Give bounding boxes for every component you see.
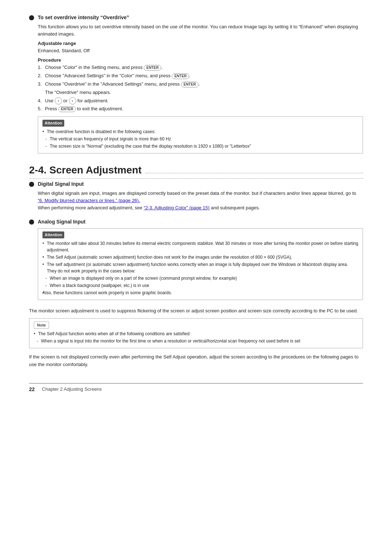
attention-badge: Attention <box>42 120 64 127</box>
analog-attention-4: When a black background (wallpaper, etc.… <box>42 282 358 289</box>
note-badge: Note <box>34 321 49 329</box>
procedure-label: Procedure <box>38 57 363 63</box>
analog-attention-list: The monitor will take about 30 minutes b… <box>42 240 358 296</box>
step5-text: Press ENTER to exit the adjustment. <box>45 106 123 111</box>
analog-attention-1: The Self Adjust (automatic screen adjust… <box>42 254 358 260</box>
procedure-step-1: 1. Choose "Color" in the Setting menu, a… <box>38 64 363 71</box>
adjustable-range-value: Enhanced, Standard, Off <box>38 47 363 54</box>
dotted-divider <box>145 173 363 173</box>
digital-signal-header: Digital Signal Input <box>29 181 363 187</box>
digital-signal-content: When digital signals are input, images a… <box>38 190 363 212</box>
overdrive-attention-list: The overdrive function is disabled in th… <box>42 128 358 149</box>
procedure-step-4: 4. Use ‹ or › for adjustment. <box>38 97 363 105</box>
chapter-title: 2-4. Screen Adjustment <box>29 164 142 176</box>
step1-text: Choose "Color" in the Setting menu, and … <box>45 65 163 70</box>
procedure-list: 1. Choose "Color" in the Setting menu, a… <box>38 64 363 113</box>
analog-signal-title: Analog Signal Input <box>38 219 85 225</box>
attention-item-2: The screen size is "Normal" (excluding t… <box>42 143 358 149</box>
overdrive-section: To set overdrive intensity “Overdrive” T… <box>29 15 363 153</box>
footer: 22 Chapter 2 Adjusting Screens <box>29 383 363 392</box>
digital-body1: When digital signals are input, images a… <box>38 190 356 196</box>
analog-attention-3: When an image is displayed only on a par… <box>42 275 358 282</box>
footer-page-number: 22 <box>29 386 35 392</box>
digital-signal-section: Digital Signal Input When digital signal… <box>29 181 363 212</box>
step3-text: Choose "Overdrive" in the "Advanced Sett… <box>45 81 200 95</box>
bullet-circle-icon <box>29 15 34 20</box>
analog-attention-label-wrap: Attention <box>42 231 358 240</box>
note-list: The Self Adjust function works when all … <box>34 331 358 344</box>
note-label-wrap: Note <box>34 321 358 331</box>
analog-attention-0: The monitor will take about 30 minutes b… <box>42 240 358 253</box>
digital-signal-body: When digital signals are input, images a… <box>38 190 363 212</box>
procedure-step-3: 3. Choose "Overdrive" in the "Advanced S… <box>38 81 363 97</box>
overdrive-content: This function allows you to set overdriv… <box>38 23 363 153</box>
procedure-step-5: 5. Press ENTER to exit the adjustment. <box>38 105 363 113</box>
step2-text: Choose "Advanced Settings" in the "Color… <box>45 73 191 78</box>
digital-link1[interactable]: “6. Modify blurred characters or lines.”… <box>38 198 140 203</box>
overdrive-title: To set overdrive intensity “Overdrive” <box>38 15 129 20</box>
attention-item-1: The vertical scan frequency of input sig… <box>42 136 358 142</box>
attention-label-overdrive: Attention <box>42 120 358 128</box>
note-item-1: When a signal is input into the monitor … <box>34 338 358 344</box>
final-para: If the screen is not displayed correctly… <box>29 353 363 369</box>
enter-btn-2: ENTER <box>172 73 189 79</box>
left-arrow-icon: ‹ <box>55 97 62 104</box>
procedure-step-2: 2. Choose "Advanced Settings" in the "Co… <box>38 72 363 80</box>
note-item-0: The Self Adjust function works when all … <box>34 331 358 337</box>
analog-attention-5: Also, these functions cannot work proper… <box>42 290 358 296</box>
analog-attention-2: The self adjustment (or automatic screen… <box>42 261 358 274</box>
digital-signal-title: Digital Signal Input <box>38 181 84 187</box>
right-arrow-icon: › <box>69 97 76 104</box>
footer-chapter-text: Chapter 2 Adjusting Screens <box>42 386 102 392</box>
bullet-circle-analog-icon <box>29 219 34 225</box>
analog-signal-content: Attention The monitor will take about 30… <box>38 228 363 300</box>
overdrive-attention-box: Attention The overdrive function is disa… <box>38 116 363 153</box>
digital-body3: and subsequent pages. <box>211 205 260 210</box>
screen-adjustment-chapter: 2-4. Screen Adjustment Digital Signal In… <box>29 164 363 369</box>
analog-attention-box: Attention The monitor will take about 30… <box>38 228 363 300</box>
monitor-desc: The monitor screen adjustment is used to… <box>29 307 363 315</box>
analog-signal-header: Analog Signal Input <box>29 219 363 225</box>
overdrive-intro: This function allows you to set overdriv… <box>38 23 363 38</box>
digital-link2[interactable]: “2-3. Adjusting Color” (page 15) <box>144 205 209 210</box>
enter-btn-5: ENTER <box>58 106 76 112</box>
enter-btn-1: ENTER <box>144 65 161 71</box>
attention-item-0: The overdrive function is disabled in th… <box>42 128 358 135</box>
note-box: Note The Self Adjust function works when… <box>29 318 363 349</box>
overdrive-header: To set overdrive intensity “Overdrive” <box>29 15 363 20</box>
bullet-circle-digital-icon <box>29 182 34 187</box>
chapter-heading: 2-4. Screen Adjustment <box>29 164 363 179</box>
enter-btn-3: ENTER <box>181 82 199 87</box>
digital-body2: When performing more advanced adjustment… <box>38 205 142 210</box>
analog-attention-badge: Attention <box>42 231 64 238</box>
analog-signal-section: Analog Signal Input Attention The monito… <box>29 219 363 300</box>
adjustable-range-label: Adjustable range <box>38 41 363 46</box>
step4-text: Use ‹ or › for adjustment. <box>45 98 109 103</box>
